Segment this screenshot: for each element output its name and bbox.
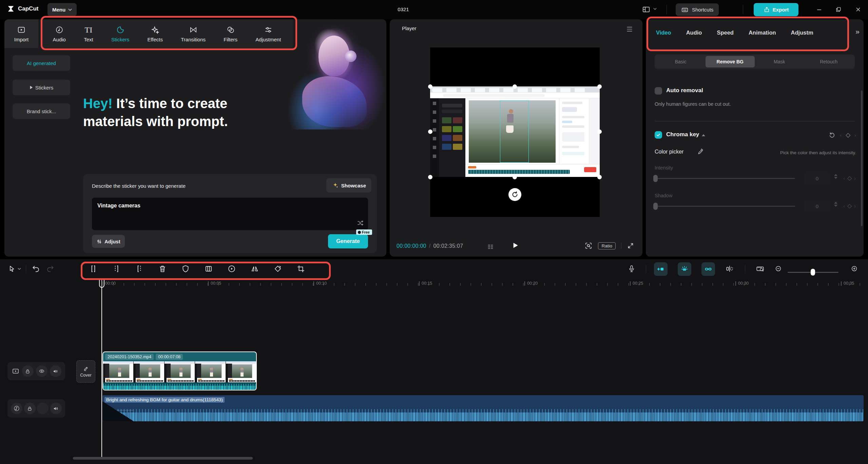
freeze-frame-icon[interactable] <box>204 264 213 273</box>
sidebar-item-brand-stickers[interactable]: Brand stick... <box>13 103 70 119</box>
player-canvas[interactable] <box>430 47 600 217</box>
tab-stickers[interactable]: Stickers <box>111 25 129 42</box>
chroma-key-checkbox[interactable] <box>655 131 662 139</box>
shuffle-icon[interactable] <box>356 219 364 227</box>
export-button[interactable]: Export <box>754 3 798 16</box>
intensity-slider-thumb[interactable] <box>653 175 658 182</box>
auto-ripple-toggle[interactable] <box>654 262 668 276</box>
undo-icon[interactable] <box>32 265 40 273</box>
prev-keyframe-icon[interactable]: ‹ <box>843 175 845 181</box>
transform-handle[interactable] <box>428 175 432 179</box>
zoom-in-icon[interactable] <box>851 265 858 273</box>
adjust-button[interactable]: Adjust <box>92 235 125 248</box>
frame-list-icon[interactable] <box>487 243 494 250</box>
tab-audio-props[interactable]: Audio <box>686 29 702 36</box>
delete-left-icon[interactable] <box>112 264 121 273</box>
tab-animation[interactable]: Animation <box>749 29 776 36</box>
timeline-scrollbar[interactable] <box>73 457 253 460</box>
shadow-slider-thumb[interactable] <box>653 203 658 210</box>
select-tool-icon[interactable] <box>8 265 16 273</box>
eyedropper-icon[interactable] <box>697 148 704 155</box>
zoom-out-icon[interactable] <box>775 265 782 273</box>
transform-handle[interactable] <box>597 84 602 89</box>
next-keyframe-icon[interactable]: › <box>854 132 856 138</box>
rotate-handle[interactable] <box>508 188 521 201</box>
timeline-scale-icon[interactable] <box>756 264 765 273</box>
focus-preview-icon[interactable] <box>584 242 593 250</box>
rotate-tool-icon[interactable] <box>273 264 282 273</box>
subtab-remove-bg[interactable]: Remove BG <box>706 56 755 67</box>
prev-keyframe-icon[interactable]: ‹ <box>840 132 842 138</box>
layout-chevron-down-icon[interactable] <box>653 8 657 10</box>
sidebar-item-ai-generated[interactable]: AI generated <box>13 55 70 71</box>
more-tabs-chevron[interactable]: » <box>855 27 860 36</box>
subtab-retouch[interactable]: Retouch <box>804 56 854 67</box>
cover-button[interactable]: Cover <box>76 360 95 383</box>
generate-button[interactable]: Generate <box>328 234 368 248</box>
lock-track-icon[interactable] <box>24 403 36 414</box>
redo-icon[interactable] <box>46 265 54 273</box>
split-icon[interactable] <box>89 264 98 273</box>
next-keyframe-icon[interactable]: › <box>854 175 856 181</box>
mute-track-icon[interactable] <box>50 403 62 414</box>
lock-track-icon[interactable] <box>22 365 34 377</box>
reset-icon[interactable] <box>828 131 836 139</box>
tab-import[interactable]: Import <box>4 19 38 48</box>
prompt-input[interactable]: Vintage cameras <box>92 198 368 230</box>
playhead-handle[interactable] <box>99 279 104 288</box>
transform-handle[interactable] <box>513 175 517 179</box>
layout-switch-button[interactable] <box>642 5 651 14</box>
minimize-button[interactable] <box>816 6 823 13</box>
snap-toggle[interactable] <box>678 262 691 276</box>
fullscreen-icon[interactable] <box>627 242 634 249</box>
tab-speed[interactable]: Speed <box>717 29 734 36</box>
transform-handle[interactable] <box>597 129 602 134</box>
prev-keyframe-icon[interactable]: ‹ <box>843 203 845 209</box>
auto-removal-checkbox[interactable] <box>655 87 662 95</box>
subtab-mask[interactable]: Mask <box>755 56 804 67</box>
menu-button[interactable]: Menu <box>47 3 77 16</box>
timeline-zoom-thumb[interactable] <box>811 269 815 276</box>
shortcuts-button[interactable]: Shortcuts <box>676 3 719 16</box>
tab-effects[interactable]: Effects <box>147 25 163 42</box>
video-clip[interactable]: 20240201-150352.mp4 00:00:07:08 <box>102 351 257 390</box>
subtab-basic[interactable]: Basic <box>656 56 706 67</box>
keyframe-diamond-icon[interactable]: ◇ <box>846 131 850 139</box>
speed-icon[interactable] <box>227 264 236 273</box>
transform-handle[interactable] <box>428 84 432 89</box>
collapse-caret-icon[interactable] <box>702 134 705 136</box>
keyframe-diamond-icon[interactable]: ◇ <box>847 175 852 182</box>
select-tool-chevron-icon[interactable] <box>18 268 21 270</box>
ratio-button[interactable]: Ratio <box>598 242 616 249</box>
next-keyframe-icon[interactable]: › <box>854 203 856 209</box>
toggle-visibility-placeholder[interactable] <box>37 403 49 414</box>
intensity-value[interactable]: 0 <box>804 173 830 184</box>
intensity-slider[interactable] <box>655 178 795 179</box>
shadow-slider[interactable] <box>655 206 795 207</box>
play-button[interactable] <box>510 241 519 250</box>
transform-handle[interactable] <box>597 175 602 179</box>
tab-audio[interactable]: Audio <box>53 25 66 42</box>
link-toggle[interactable] <box>701 262 715 276</box>
tab-filters[interactable]: Filters <box>224 25 237 42</box>
keyframe-diamond-icon[interactable]: ◇ <box>847 202 852 209</box>
player-menu-icon[interactable] <box>626 26 633 32</box>
record-voiceover-icon[interactable] <box>628 264 636 273</box>
transform-handle[interactable] <box>428 129 432 134</box>
showcase-button[interactable]: Showcase <box>326 178 371 193</box>
sidebar-item-stickers[interactable]: Stickers <box>13 80 70 95</box>
delete-right-icon[interactable] <box>135 264 144 273</box>
mask-icon[interactable] <box>181 264 190 273</box>
maximize-button[interactable] <box>835 6 842 13</box>
mirror-icon[interactable] <box>250 264 259 273</box>
crop-icon[interactable] <box>296 264 305 273</box>
intensity-stepper[interactable] <box>833 174 838 179</box>
toggle-visibility-icon[interactable] <box>36 365 47 377</box>
playhead-line[interactable] <box>101 279 102 457</box>
delete-icon[interactable] <box>158 264 167 273</box>
tab-text[interactable]: TI Text <box>84 25 93 42</box>
mute-track-icon[interactable] <box>50 365 61 377</box>
preview-axis-icon[interactable] <box>725 264 734 273</box>
close-button[interactable] <box>855 6 862 13</box>
panel-scrollbar[interactable] <box>861 90 863 226</box>
